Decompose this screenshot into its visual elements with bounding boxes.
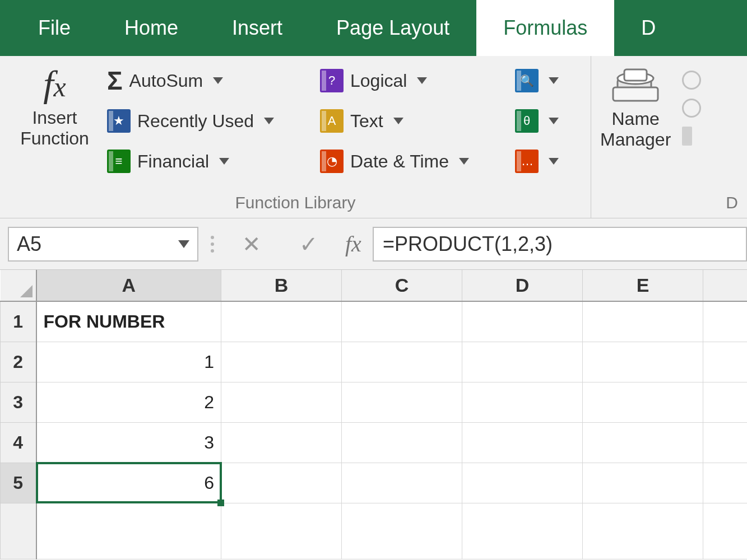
row-header-3[interactable]: 3 — [1, 382, 36, 422]
cell-C3[interactable] — [342, 382, 462, 422]
group-function-library: fx Insert Function Σ AutoSum ★ Recently … — [0, 56, 591, 218]
select-all-corner[interactable] — [1, 270, 36, 301]
cell-C1[interactable] — [342, 301, 462, 342]
group-defined-names: Name Manager D — [591, 56, 747, 218]
col-header-D[interactable]: D — [462, 270, 583, 301]
cell-B6-partial[interactable] — [221, 503, 342, 559]
col-header-B[interactable]: B — [221, 270, 342, 301]
tab-home[interactable]: Home — [98, 0, 205, 56]
cell-B4[interactable] — [221, 422, 342, 463]
more-book-icon: … — [515, 150, 539, 173]
cell-B5[interactable] — [221, 463, 342, 503]
cell-E2[interactable] — [583, 342, 703, 382]
tab-data-partial[interactable]: D — [614, 0, 683, 56]
cell-F2-partial[interactable] — [703, 342, 748, 382]
cell-E1[interactable] — [583, 301, 703, 342]
col-header-C[interactable]: C — [342, 270, 462, 301]
search-book-icon: 🔍 — [515, 69, 539, 92]
more-functions-button[interactable]: … — [512, 143, 573, 179]
cell-E3[interactable] — [583, 382, 703, 422]
svg-rect-1 — [613, 87, 658, 101]
tab-formulas[interactable]: Formulas — [476, 0, 614, 56]
partial-icon — [682, 127, 692, 146]
chevron-down-icon — [219, 158, 229, 165]
cell-B3[interactable] — [221, 382, 342, 422]
cell-D1[interactable] — [462, 301, 583, 342]
row-header-5[interactable]: 5 — [1, 463, 36, 503]
defined-names-partial-icons — [682, 59, 701, 193]
name-box[interactable]: A5 — [8, 227, 198, 262]
chevron-down-icon — [178, 240, 189, 248]
cell-C6-partial[interactable] — [342, 503, 462, 559]
cell-B1[interactable] — [221, 301, 342, 342]
financial-book-icon: ≡ — [107, 150, 131, 173]
cell-A5[interactable]: 6 — [36, 463, 221, 503]
svg-rect-3 — [624, 69, 647, 81]
cell-A4[interactable]: 3 — [36, 422, 221, 463]
row-header-4[interactable]: 4 — [1, 422, 36, 463]
enter-button: ✓ — [284, 227, 334, 262]
fx-icon: fx — [27, 62, 83, 106]
menu-bar: File Home Insert Page Layout Formulas D — [0, 0, 747, 56]
name-manager-icon — [607, 62, 664, 108]
chevron-down-icon — [549, 77, 559, 84]
col-header-partial[interactable] — [703, 270, 748, 301]
cell-E6-partial[interactable] — [583, 503, 703, 559]
formula-bar-row: A5 ✕ ✓ fx =PRODUCT(1,2,3) — [0, 218, 747, 270]
row-header-partial[interactable] — [1, 503, 36, 559]
cell-D3[interactable] — [462, 382, 583, 422]
tab-page-layout[interactable]: Page Layout — [309, 0, 476, 56]
cell-D4[interactable] — [462, 422, 583, 463]
fx-label[interactable]: fx — [341, 231, 366, 257]
group-label-function-library: Function Library — [6, 193, 585, 218]
date-time-button[interactable]: ◔ Date & Time — [317, 143, 512, 179]
cell-B2[interactable] — [221, 342, 342, 382]
cell-F5-partial[interactable] — [703, 463, 748, 503]
ribbon: fx Insert Function Σ AutoSum ★ Recently … — [0, 56, 747, 218]
chevron-down-icon — [549, 118, 559, 124]
splitter-handle[interactable] — [205, 236, 220, 253]
recently-used-button[interactable]: ★ Recently Used — [104, 103, 317, 139]
cell-C4[interactable] — [342, 422, 462, 463]
tab-insert[interactable]: Insert — [205, 0, 309, 56]
math-trig-button[interactable]: θ — [512, 103, 573, 139]
row-header-2[interactable]: 2 — [1, 342, 36, 382]
insert-function-button[interactable]: fx Insert Function — [6, 59, 104, 193]
group-label-partial: D — [597, 193, 741, 218]
clock-book-icon: ◔ — [320, 150, 344, 173]
cell-A1[interactable]: FOR NUMBER — [36, 301, 221, 342]
theta-book-icon: θ — [515, 109, 539, 133]
cell-C5[interactable] — [342, 463, 462, 503]
formula-input[interactable]: =PRODUCT(1,2,3) — [373, 227, 747, 262]
cell-A3[interactable]: 2 — [36, 382, 221, 422]
cell-C2[interactable] — [342, 342, 462, 382]
col-header-A[interactable]: A — [36, 270, 221, 301]
cell-D2[interactable] — [462, 342, 583, 382]
cell-D6-partial[interactable] — [462, 503, 583, 559]
cell-F4-partial[interactable] — [703, 422, 748, 463]
cell-D5[interactable] — [462, 463, 583, 503]
cell-F6-partial[interactable] — [703, 503, 748, 559]
row-header-1[interactable]: 1 — [1, 301, 36, 342]
cell-A6-partial[interactable] — [36, 503, 221, 559]
logical-book-icon: ? — [320, 69, 344, 92]
partial-icon — [682, 99, 701, 118]
lookup-reference-button[interactable]: 🔍 — [512, 63, 573, 99]
chevron-down-icon — [459, 158, 469, 165]
tab-file[interactable]: File — [11, 0, 98, 56]
cell-F1-partial[interactable] — [703, 301, 748, 342]
name-manager-button[interactable]: Name Manager — [597, 59, 674, 193]
text-button[interactable]: A Text — [317, 103, 512, 139]
cell-E4[interactable] — [583, 422, 703, 463]
col-header-E[interactable]: E — [583, 270, 703, 301]
autosum-button[interactable]: Σ AutoSum — [104, 63, 317, 99]
spreadsheet-grid[interactable]: A B C D E 1 FOR NUMBER 2 1 3 2 — [0, 270, 747, 559]
chevron-down-icon — [213, 77, 223, 84]
financial-button[interactable]: ≡ Financial — [104, 143, 317, 179]
cell-A2[interactable]: 1 — [36, 342, 221, 382]
logical-button[interactable]: ? Logical — [317, 63, 512, 99]
cell-E5[interactable] — [583, 463, 703, 503]
text-book-icon: A — [320, 109, 344, 133]
cell-F3-partial[interactable] — [703, 382, 748, 422]
chevron-down-icon — [264, 118, 274, 124]
